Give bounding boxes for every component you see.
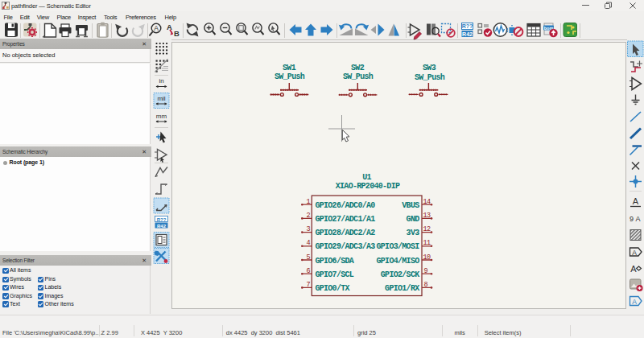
- svg-text:6: 6: [306, 267, 310, 275]
- svg-text:10: 10: [423, 254, 431, 262]
- svg-text:U1: U1: [362, 173, 371, 182]
- svg-text:GPIO0/TX: GPIO0/TX: [315, 284, 349, 293]
- svg-text:2: 2: [306, 212, 310, 220]
- svg-text:GPIO2/SCK: GPIO2/SCK: [381, 270, 419, 279]
- svg-text:A: A: [635, 215, 640, 223]
- svg-text:mil: mil: [157, 95, 165, 102]
- svg-text:SW2: SW2: [351, 64, 365, 72]
- svg-text:14: 14: [423, 198, 431, 206]
- svg-text:GND: GND: [407, 215, 420, 224]
- svg-text:mm: mm: [156, 113, 167, 120]
- svg-text:R??: R??: [462, 23, 473, 29]
- svg-text:GPIO4/MISO: GPIO4/MISO: [376, 257, 419, 266]
- svg-text:R??: R??: [157, 217, 167, 222]
- svg-text:3: 3: [306, 225, 310, 233]
- svg-text:B: B: [174, 29, 180, 38]
- svg-text:R42: R42: [157, 224, 167, 229]
- svg-text:9: 9: [630, 215, 634, 223]
- svg-text:SW_Push: SW_Push: [343, 72, 374, 81]
- svg-text:GPIO6/SDA: GPIO6/SDA: [315, 257, 353, 266]
- svg-text:12: 12: [423, 225, 431, 233]
- svg-text:A: A: [632, 298, 637, 306]
- svg-text:R42: R42: [462, 31, 473, 37]
- svg-text:GPIO29/ADC3/A3: GPIO29/ADC3/A3: [315, 242, 375, 251]
- svg-text:GPIO27/ADC1/A1: GPIO27/ADC1/A1: [315, 215, 375, 224]
- svg-text:A: A: [633, 196, 639, 206]
- svg-text:GPIO7/SCL: GPIO7/SCL: [315, 270, 353, 279]
- svg-text:GPIO28/ADC2/A2: GPIO28/ADC2/A2: [315, 229, 375, 237]
- svg-text:SW_Push: SW_Push: [275, 72, 305, 81]
- svg-text:SW1: SW1: [283, 64, 296, 72]
- svg-text:XIAO-RP2040-DIP: XIAO-RP2040-DIP: [336, 182, 400, 191]
- svg-text:GPIO1/RX: GPIO1/RX: [385, 284, 419, 293]
- svg-text:9: 9: [424, 267, 428, 275]
- svg-text:3V3: 3V3: [407, 229, 420, 237]
- svg-text:A: A: [154, 24, 159, 32]
- svg-text:SW3: SW3: [423, 64, 436, 72]
- svg-text:GPIO26/ADC0/A0: GPIO26/ADC0/A0: [315, 201, 375, 210]
- svg-text:1: 1: [306, 198, 310, 206]
- svg-text:A: A: [167, 23, 172, 31]
- svg-text:VBUS: VBUS: [402, 201, 419, 210]
- svg-text:13: 13: [423, 212, 431, 220]
- svg-text:8: 8: [424, 281, 428, 289]
- svg-text:11: 11: [423, 239, 431, 247]
- svg-text:in: in: [159, 77, 163, 84]
- svg-text:4: 4: [306, 239, 310, 247]
- svg-text:A: A: [630, 264, 637, 274]
- svg-text:GPIO3/MOSI: GPIO3/MOSI: [376, 242, 419, 251]
- svg-text:A: A: [632, 249, 637, 257]
- svg-text:7: 7: [306, 281, 310, 289]
- svg-text:5: 5: [306, 254, 310, 262]
- svg-text:SW_Push: SW_Push: [415, 73, 445, 82]
